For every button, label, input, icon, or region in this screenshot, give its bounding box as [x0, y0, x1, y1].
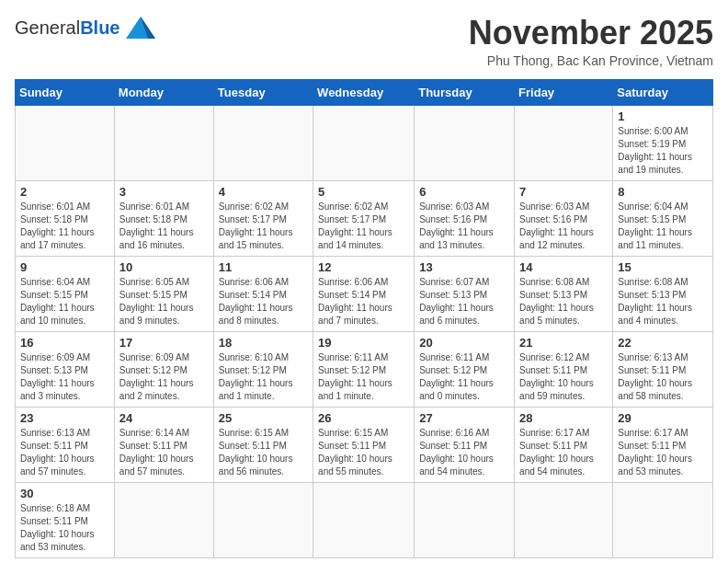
day-number: 14 — [519, 260, 608, 274]
calendar-row-4: 16Sunrise: 6:09 AM Sunset: 5:13 PM Dayli… — [16, 331, 713, 407]
day-number: 24 — [119, 411, 209, 425]
location-subtitle: Phu Thong, Bac Kan Province, Vietnam — [469, 53, 713, 68]
day-number: 7 — [519, 185, 608, 199]
logo-icon — [124, 15, 157, 40]
calendar-cell: 21Sunrise: 6:12 AM Sunset: 5:11 PM Dayli… — [515, 331, 613, 407]
logo-area: General Blue — [15, 15, 157, 40]
calendar-cell: 30Sunrise: 6:18 AM Sunset: 5:11 PM Dayli… — [16, 482, 115, 557]
calendar-cell — [515, 482, 613, 557]
calendar-cell: 15Sunrise: 6:08 AM Sunset: 5:13 PM Dayli… — [613, 256, 713, 331]
day-number: 23 — [20, 411, 109, 425]
calendar-cell: 24Sunrise: 6:14 AM Sunset: 5:11 PM Dayli… — [114, 407, 213, 482]
calendar-cell: 10Sunrise: 6:05 AM Sunset: 5:15 PM Dayli… — [114, 256, 213, 331]
day-number: 29 — [618, 411, 708, 425]
calendar-cell — [213, 105, 313, 180]
header-monday: Monday — [114, 79, 213, 105]
day-number: 6 — [419, 185, 509, 199]
day-info: Sunrise: 6:13 AM Sunset: 5:11 PM Dayligh… — [618, 351, 708, 403]
day-number: 15 — [618, 260, 708, 274]
day-info: Sunrise: 6:04 AM Sunset: 5:15 PM Dayligh… — [618, 201, 708, 252]
day-number: 22 — [618, 336, 708, 350]
calendar-cell: 13Sunrise: 6:07 AM Sunset: 5:13 PM Dayli… — [415, 256, 515, 331]
day-number: 27 — [419, 411, 509, 425]
day-number: 1 — [618, 109, 708, 123]
day-info: Sunrise: 6:12 AM Sunset: 5:11 PM Dayligh… — [519, 351, 608, 403]
calendar-cell — [114, 482, 213, 557]
calendar-cell — [114, 105, 213, 180]
day-info: Sunrise: 6:06 AM Sunset: 5:14 PM Dayligh… — [318, 276, 409, 327]
day-info: Sunrise: 6:11 AM Sunset: 5:12 PM Dayligh… — [318, 351, 409, 403]
calendar-cell: 6Sunrise: 6:03 AM Sunset: 5:16 PM Daylig… — [415, 180, 515, 256]
logo-general-text: General — [15, 17, 80, 39]
day-info: Sunrise: 6:15 AM Sunset: 5:11 PM Dayligh… — [318, 427, 409, 478]
day-number: 4 — [219, 185, 308, 199]
calendar-cell: 3Sunrise: 6:01 AM Sunset: 5:18 PM Daylig… — [114, 180, 213, 256]
day-number: 30 — [20, 487, 109, 500]
calendar-cell: 4Sunrise: 6:02 AM Sunset: 5:17 PM Daylig… — [213, 180, 313, 256]
day-info: Sunrise: 6:08 AM Sunset: 5:13 PM Dayligh… — [519, 276, 608, 327]
calendar-cell: 1Sunrise: 6:00 AM Sunset: 5:19 PM Daylig… — [613, 105, 713, 180]
header-saturday: Saturday — [613, 79, 713, 105]
calendar-cell — [415, 482, 515, 557]
day-info: Sunrise: 6:14 AM Sunset: 5:11 PM Dayligh… — [119, 427, 209, 478]
calendar-row-5: 23Sunrise: 6:13 AM Sunset: 5:11 PM Dayli… — [16, 407, 713, 482]
calendar-cell: 28Sunrise: 6:17 AM Sunset: 5:11 PM Dayli… — [515, 407, 613, 482]
calendar-cell: 9Sunrise: 6:04 AM Sunset: 5:15 PM Daylig… — [16, 256, 115, 331]
day-info: Sunrise: 6:17 AM Sunset: 5:11 PM Dayligh… — [618, 427, 708, 478]
day-info: Sunrise: 6:01 AM Sunset: 5:18 PM Dayligh… — [20, 201, 109, 252]
day-info: Sunrise: 6:17 AM Sunset: 5:11 PM Dayligh… — [519, 427, 608, 478]
day-number: 21 — [519, 336, 608, 350]
logo: General Blue — [15, 15, 157, 40]
day-number: 26 — [318, 411, 409, 425]
header-tuesday: Tuesday — [213, 79, 313, 105]
day-number: 3 — [119, 185, 209, 199]
calendar-cell — [313, 482, 415, 557]
day-info: Sunrise: 6:15 AM Sunset: 5:11 PM Dayligh… — [219, 427, 308, 478]
day-info: Sunrise: 6:00 AM Sunset: 5:19 PM Dayligh… — [618, 125, 708, 177]
day-number: 19 — [318, 336, 409, 350]
calendar-cell: 20Sunrise: 6:11 AM Sunset: 5:12 PM Dayli… — [415, 331, 515, 407]
calendar-cell: 22Sunrise: 6:13 AM Sunset: 5:11 PM Dayli… — [613, 331, 713, 407]
calendar-cell: 7Sunrise: 6:03 AM Sunset: 5:16 PM Daylig… — [515, 180, 613, 256]
weekday-header-row: Sunday Monday Tuesday Wednesday Thursday… — [16, 79, 713, 105]
day-info: Sunrise: 6:10 AM Sunset: 5:12 PM Dayligh… — [219, 351, 308, 403]
day-info: Sunrise: 6:06 AM Sunset: 5:14 PM Dayligh… — [219, 276, 308, 327]
header-thursday: Thursday — [415, 79, 515, 105]
calendar-cell — [415, 105, 515, 180]
day-number: 12 — [318, 260, 409, 274]
calendar-table: Sunday Monday Tuesday Wednesday Thursday… — [15, 79, 713, 558]
calendar-cell: 16Sunrise: 6:09 AM Sunset: 5:13 PM Dayli… — [16, 331, 115, 407]
day-number: 5 — [318, 185, 409, 199]
day-info: Sunrise: 6:05 AM Sunset: 5:15 PM Dayligh… — [119, 276, 209, 327]
calendar-cell — [515, 105, 613, 180]
calendar-cell: 19Sunrise: 6:11 AM Sunset: 5:12 PM Dayli… — [313, 331, 415, 407]
day-number: 2 — [20, 185, 109, 199]
day-info: Sunrise: 6:03 AM Sunset: 5:16 PM Dayligh… — [419, 201, 509, 252]
day-info: Sunrise: 6:18 AM Sunset: 5:11 PM Dayligh… — [20, 502, 109, 554]
day-info: Sunrise: 6:16 AM Sunset: 5:11 PM Dayligh… — [419, 427, 509, 478]
calendar-row-6: 30Sunrise: 6:18 AM Sunset: 5:11 PM Dayli… — [16, 482, 713, 557]
header-sunday: Sunday — [16, 79, 115, 105]
calendar-cell — [16, 105, 115, 180]
calendar-cell — [313, 105, 415, 180]
calendar-cell: 18Sunrise: 6:10 AM Sunset: 5:12 PM Dayli… — [213, 331, 313, 407]
day-number: 10 — [119, 260, 209, 274]
calendar-cell: 29Sunrise: 6:17 AM Sunset: 5:11 PM Dayli… — [613, 407, 713, 482]
day-number: 20 — [419, 336, 509, 350]
calendar-cell: 14Sunrise: 6:08 AM Sunset: 5:13 PM Dayli… — [515, 256, 613, 331]
page-header: General Blue November 2025 Phu Thong, Ba… — [15, 15, 713, 68]
calendar-cell: 2Sunrise: 6:01 AM Sunset: 5:18 PM Daylig… — [16, 180, 115, 256]
day-number: 8 — [618, 185, 708, 199]
day-number: 11 — [219, 260, 308, 274]
day-info: Sunrise: 6:09 AM Sunset: 5:12 PM Dayligh… — [119, 351, 209, 403]
day-info: Sunrise: 6:01 AM Sunset: 5:18 PM Dayligh… — [119, 201, 209, 252]
day-info: Sunrise: 6:02 AM Sunset: 5:17 PM Dayligh… — [318, 201, 409, 252]
day-info: Sunrise: 6:13 AM Sunset: 5:11 PM Dayligh… — [20, 427, 109, 478]
day-number: 25 — [219, 411, 308, 425]
calendar-cell: 23Sunrise: 6:13 AM Sunset: 5:11 PM Dayli… — [16, 407, 115, 482]
calendar-cell: 25Sunrise: 6:15 AM Sunset: 5:11 PM Dayli… — [213, 407, 313, 482]
calendar-row-3: 9Sunrise: 6:04 AM Sunset: 5:15 PM Daylig… — [16, 256, 713, 331]
calendar-cell: 11Sunrise: 6:06 AM Sunset: 5:14 PM Dayli… — [213, 256, 313, 331]
title-area: November 2025 Phu Thong, Bac Kan Provinc… — [469, 15, 713, 68]
day-info: Sunrise: 6:03 AM Sunset: 5:16 PM Dayligh… — [519, 201, 608, 252]
